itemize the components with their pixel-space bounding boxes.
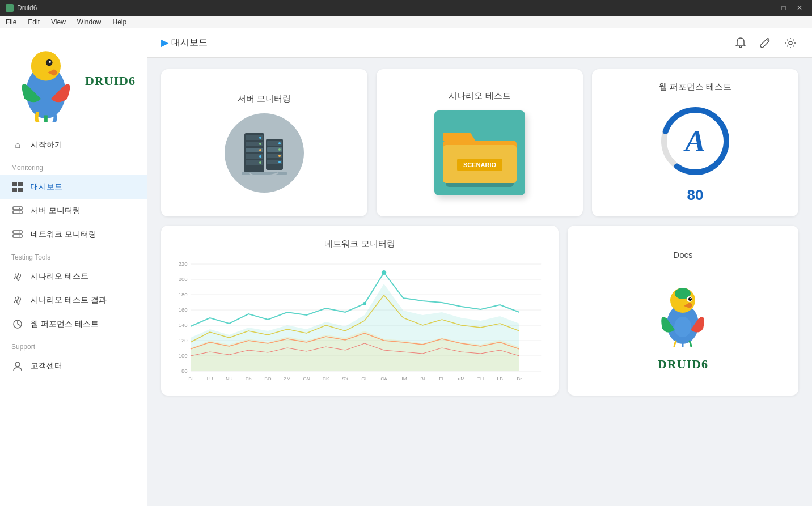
network-chart: 220 200 180 160 140 120 100 80: [172, 258, 547, 383]
svg-rect-10: [13, 211, 22, 214]
sidebar-item-server-monitoring[interactable]: 서버 모니터링: [0, 199, 147, 223]
svg-point-36: [278, 142, 281, 144]
settings-icon[interactable]: [783, 35, 798, 51]
folder-illustration: SCENARIO: [440, 119, 519, 187]
svg-rect-40: [242, 172, 287, 175]
svg-point-92: [674, 317, 691, 337]
sidebar: DRUID6 ⌂ 시작하기 Monitoring 대시보드 서버 모니터링 네트…: [0, 28, 147, 506]
svg-point-37: [278, 148, 281, 151]
bell-icon[interactable]: [733, 35, 748, 51]
server-card-title: 서버 모니터링: [172, 93, 356, 104]
svg-point-85: [363, 302, 366, 305]
logo-text: DRUID6: [85, 74, 136, 88]
svg-rect-0: [6, 4, 14, 12]
sidebar-section-support: Support: [0, 336, 147, 354]
svg-text:LB: LB: [497, 376, 504, 381]
dashboard: 서버 모니터링: [147, 58, 812, 506]
svg-text:SX: SX: [342, 376, 349, 381]
svg-text:160: 160: [179, 307, 188, 313]
docs-card[interactable]: Docs: [568, 226, 798, 396]
main-content: ▶ 대시보드 서버 모니터링: [147, 28, 812, 506]
svg-text:NU: NU: [226, 376, 232, 381]
svg-rect-13: [13, 231, 22, 233]
scenario-folder: SCENARIO: [434, 110, 525, 195]
minimize-button[interactable]: —: [761, 2, 775, 14]
svg-text:Ch: Ch: [246, 376, 252, 381]
svg-text:uM: uM: [458, 376, 465, 381]
sidebar-item-scenario-test[interactable]: 시나리오 테스트: [0, 265, 147, 288]
sidebar-label-home: 시작하기: [31, 140, 62, 150]
menubar: File Edit View Window Help: [0, 16, 812, 28]
sidebar-label-dashboard: 대시보드: [31, 182, 62, 192]
svg-point-19: [789, 41, 792, 45]
svg-text:ZM: ZM: [284, 376, 290, 381]
server-monitoring-card[interactable]: 서버 모니터링: [161, 69, 367, 216]
main-header: ▶ 대시보드: [147, 28, 812, 58]
scenario-card-title: 시나리오 테스트: [388, 91, 572, 101]
sidebar-item-network-monitoring[interactable]: 네트워크 모니터링: [0, 223, 147, 246]
titlebar-left: Druid6: [6, 4, 37, 12]
scenario-test-card[interactable]: 시나리오 테스트: [377, 69, 583, 216]
webperf-card-title: 웹 퍼포먼스 테스트: [603, 82, 787, 92]
docs-brand-text: DRUID6: [658, 357, 708, 372]
web-perf-icon: [11, 318, 24, 330]
docs-card-title: Docs: [579, 250, 787, 260]
svg-text:140: 140: [179, 322, 188, 328]
svg-point-2: [31, 51, 61, 80]
svg-text:Bi: Bi: [188, 376, 193, 381]
svg-rect-8: [18, 188, 23, 192]
sidebar-item-customer[interactable]: 고객센터: [0, 354, 147, 378]
svg-point-26: [259, 137, 261, 139]
svg-text:EL: EL: [439, 376, 445, 381]
menu-view[interactable]: View: [45, 16, 71, 28]
sidebar-label-web-perf: 웹 퍼포먼스 테스트: [31, 319, 99, 329]
menu-window[interactable]: Window: [71, 16, 107, 28]
sidebar-item-dashboard[interactable]: 대시보드: [0, 175, 147, 199]
svg-text:BI: BI: [420, 376, 425, 381]
bottom-cards-row: 네트워크 모니터링 2: [161, 226, 798, 396]
docs-parrot-image: [654, 279, 711, 347]
sidebar-section-monitoring: Monitoring: [0, 157, 147, 175]
server-image: [225, 113, 304, 193]
menu-file[interactable]: File: [0, 16, 22, 28]
breadcrumb-arrow: ▶: [161, 37, 168, 48]
sidebar-item-home[interactable]: ⌂ 시작하기: [0, 133, 147, 157]
maximize-button[interactable]: □: [777, 2, 790, 14]
web-perf-card[interactable]: 웹 퍼포먼스 테스트 A 80: [592, 69, 798, 216]
network-monitoring-card[interactable]: 네트워크 모니터링 2: [161, 226, 559, 396]
titlebar-controls: — □ ✕: [761, 2, 806, 14]
svg-text:120: 120: [179, 338, 188, 343]
breadcrumb-text: 대시보드: [171, 37, 208, 49]
header-icons: [733, 35, 798, 51]
scenario-test-icon: [11, 270, 24, 283]
svg-point-39: [278, 161, 281, 163]
svg-point-91: [690, 298, 691, 299]
svg-text:CA: CA: [380, 376, 387, 381]
svg-text:GN: GN: [303, 376, 310, 381]
svg-rect-5: [12, 182, 17, 186]
svg-point-12: [19, 212, 20, 213]
svg-point-15: [19, 232, 20, 233]
svg-text:BO: BO: [264, 376, 272, 381]
sidebar-item-scenario-result[interactable]: 시나리오 테스트 결과: [0, 288, 147, 312]
wrench-icon[interactable]: [758, 35, 773, 51]
dashboard-icon: [11, 181, 24, 193]
titlebar: Druid6 — □ ✕: [0, 0, 812, 16]
sidebar-item-web-perf[interactable]: 웹 퍼포먼스 테스트: [0, 312, 147, 336]
svg-text:200: 200: [179, 277, 188, 282]
svg-text:220: 220: [179, 261, 188, 267]
parrot-logo-icon: [11, 40, 81, 122]
sidebar-label-scenario-result: 시나리오 테스트 결과: [31, 295, 107, 305]
svg-text:LU: LU: [207, 376, 213, 381]
svg-point-16: [19, 236, 20, 237]
sidebar-logo: DRUID6: [0, 34, 147, 133]
menu-edit[interactable]: Edit: [22, 16, 45, 28]
svg-text:Br: Br: [517, 376, 522, 381]
svg-point-18: [15, 362, 20, 367]
svg-rect-6: [18, 182, 23, 186]
menu-help[interactable]: Help: [107, 16, 133, 28]
svg-point-28: [259, 149, 261, 151]
svg-rect-14: [13, 235, 22, 237]
close-button[interactable]: ✕: [793, 2, 806, 14]
svg-point-30: [259, 161, 261, 164]
